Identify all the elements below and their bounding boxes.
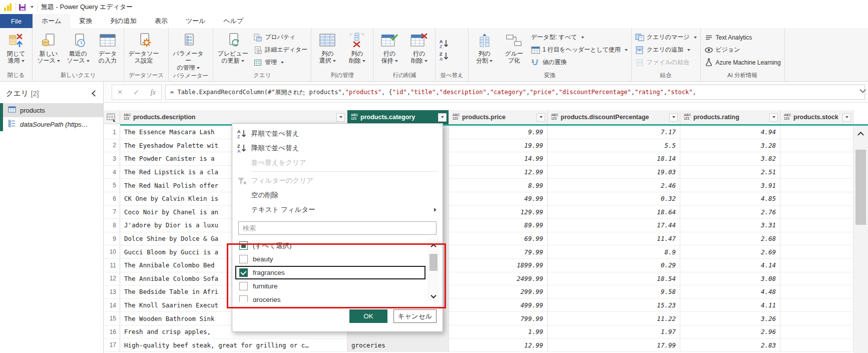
sidebar-item-dataSourePath[interactable]: dataSourePath (https… (0, 117, 103, 131)
column-header-category[interactable]: ABC 123products.category (347, 110, 449, 124)
option-button[interactable]: データ型: すべて (531, 32, 628, 43)
recent-sources-button[interactable]: 最近の ソース (64, 29, 93, 71)
cell-price[interactable]: 89.99 (449, 219, 548, 232)
datasource-settings-button[interactable]: データソー ス設定 (126, 29, 162, 71)
cell-stock[interactable] (780, 166, 853, 179)
cell-discountPercentage[interactable]: 18.54 (548, 272, 680, 286)
column-filter-dropdown-icon[interactable] (769, 113, 778, 122)
cell-stock[interactable] (780, 139, 853, 153)
cell-rating[interactable]: 3.82 (680, 152, 780, 166)
cell-discountPercentage[interactable]: 18.14 (548, 152, 680, 166)
sort-az-button[interactable]: AZ (439, 39, 448, 49)
close-apply-button[interactable]: 閉じて 適用 (2, 29, 31, 71)
cell-discountPercentage[interactable]: 19.03 (548, 166, 680, 179)
cell-rating[interactable]: 2.69 (680, 245, 780, 259)
cell-rating[interactable]: 3.31 (680, 219, 780, 232)
row-number[interactable]: 12 (104, 272, 120, 286)
cell-discountPercentage[interactable]: 17.99 (548, 339, 680, 352)
cell-discountPercentage[interactable]: 15.23 (548, 299, 680, 312)
row-number[interactable]: 15 (104, 312, 120, 325)
menu-item-6[interactable]: テキスト フィルター (232, 202, 443, 217)
scroll-up-icon[interactable] (853, 126, 868, 141)
quick-access-dropdown-icon[interactable] (31, 6, 34, 8)
cell-discountPercentage[interactable]: 7.17 (548, 126, 680, 139)
row-number[interactable]: 6 (104, 192, 120, 206)
cell-rating[interactable]: 2.83 (680, 339, 780, 352)
list-scroll-down-icon[interactable] (427, 289, 440, 301)
row-number[interactable]: 13 (104, 285, 120, 299)
properties-button[interactable]: プロパティ (253, 32, 307, 43)
column-filter-dropdown-icon[interactable] (669, 113, 678, 122)
list-scrollbar-thumb[interactable] (429, 254, 438, 271)
filter-value-fragrances[interactable]: fragrances (235, 266, 425, 279)
cell-rating[interactable]: 2.68 (680, 232, 780, 246)
cell-description[interactable]: High-quality beef steak, great for grill… (120, 339, 347, 352)
filter-value-furniture[interactable]: furniture (235, 279, 425, 293)
cell-discountPercentage[interactable]: 11.47 (548, 232, 680, 246)
cell-stock[interactable] (780, 245, 853, 259)
cell-price[interactable]: 14.99 (449, 152, 548, 166)
sidebar-collapse-icon[interactable] (92, 90, 98, 97)
group-by-button[interactable]: グルー プ化 (500, 29, 529, 71)
menu-item-5[interactable]: 空の削除 (232, 188, 443, 202)
cell-rating[interactable]: 2.51 (680, 166, 780, 179)
manage-parameters-button[interactable]: パラメーター の管理 (170, 29, 206, 71)
row-number[interactable]: 4 (104, 166, 120, 179)
column-header-rating[interactable]: ABC 123products.rating (680, 110, 780, 124)
cell-price[interactable]: 49.99 (449, 192, 548, 206)
cell-rating[interactable]: 3.28 (680, 139, 780, 153)
cell-discountPercentage[interactable]: 9.58 (548, 285, 680, 299)
tab-ホーム[interactable]: ホーム (33, 14, 71, 28)
manage-button[interactable]: 管理 (253, 57, 307, 68)
cell-stock[interactable] (780, 312, 853, 325)
row-number[interactable]: 1 (104, 126, 120, 139)
cell-price[interactable]: 8.99 (449, 179, 548, 192)
checkbox-indeterminate[interactable] (239, 241, 248, 250)
menu-item-1[interactable]: ZA降順で並べ替え (232, 141, 443, 155)
row-number[interactable]: 14 (104, 299, 120, 312)
cell-price[interactable]: 499.99 (449, 299, 548, 312)
cell-price[interactable]: 9.99 (449, 126, 548, 139)
cell-rating[interactable]: 4.48 (680, 285, 780, 299)
cell-stock[interactable] (780, 232, 853, 246)
cell-stock[interactable] (780, 272, 853, 286)
cell-discountPercentage[interactable]: 1.97 (548, 325, 680, 339)
cell-stock[interactable] (780, 339, 853, 352)
column-header-discountPercentage[interactable]: ABC 123products.discountPercentage (548, 110, 680, 124)
tab-ヘルプ[interactable]: ヘルプ (214, 14, 252, 28)
row-number[interactable]: 7 (104, 206, 120, 219)
cell-rating[interactable]: 3.26 (680, 312, 780, 325)
column-header-description[interactable]: ABC 123products.description (120, 110, 347, 124)
cell-discountPercentage[interactable]: 0.29 (548, 259, 680, 272)
vision-button[interactable]: ビジョン (704, 45, 781, 55)
cell-stock[interactable] (780, 325, 853, 339)
cell-price[interactable]: 299.99 (449, 285, 548, 299)
sidebar-item-products[interactable]: products (0, 103, 103, 117)
filter-value-beauty[interactable]: beauty (235, 252, 425, 266)
checkbox-checked[interactable] (239, 268, 248, 277)
merge-queries-button[interactable]: クエリのマージ (635, 32, 697, 43)
formula-cancel-icon[interactable]: × (118, 87, 123, 97)
cell-stock[interactable] (780, 192, 853, 206)
enter-data-button[interactable]: データ の入力 (93, 29, 122, 71)
cell-rating[interactable]: 2.96 (680, 325, 780, 339)
azure-ml-button[interactable]: Azure Machine Learning (704, 57, 781, 68)
formula-input[interactable]: = Table.ExpandRecordColumn(#"展開された produ… (165, 85, 865, 100)
column-filter-dropdown-icon[interactable] (842, 113, 851, 122)
cell-stock[interactable] (780, 259, 853, 272)
tab-変換[interactable]: 変換 (71, 14, 102, 28)
formula-accept-icon[interactable]: ✓ (133, 88, 140, 97)
sort-za-button[interactable]: ZA (439, 51, 448, 62)
list-scroll-up-icon[interactable] (427, 240, 440, 252)
append-queries-button[interactable]: クエリの追加 (635, 45, 697, 55)
column-header-price[interactable]: ABC 123products.price (449, 110, 548, 124)
menu-item-0[interactable]: AZ昇順で並べ替え (232, 126, 443, 141)
cell-discountPercentage[interactable]: 0.32 (548, 192, 680, 206)
cell-price[interactable]: 2499.99 (449, 272, 548, 286)
use-first-row-button[interactable]: 1 行目をヘッダーとして使用 (531, 45, 628, 55)
cancel-button[interactable]: キャンセル (393, 309, 437, 323)
cell-category[interactable]: groceries (347, 339, 449, 352)
row-number[interactable]: 11 (104, 259, 120, 272)
ok-button[interactable]: OK (349, 309, 387, 323)
cell-price[interactable]: 1.99 (449, 325, 548, 339)
